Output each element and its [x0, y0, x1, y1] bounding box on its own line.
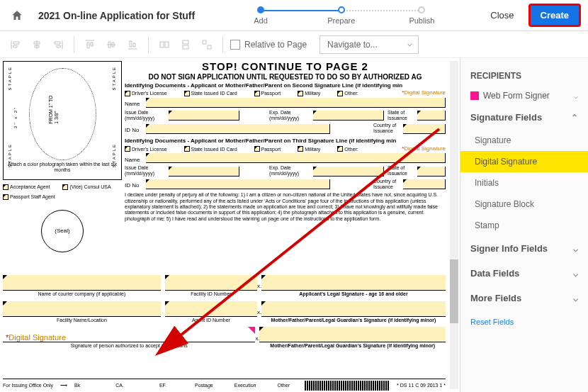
exp-date-field[interactable]: [313, 111, 384, 121]
id-section-2: Identifying Documents - Applicant or Mot…: [125, 83, 446, 89]
relative-to-page-toggle[interactable]: Relative to Page: [230, 40, 307, 50]
svg-rect-5: [208, 45, 211, 49]
more-fields-section[interactable]: More Fields ⌵: [460, 286, 588, 310]
state-field[interactable]: [417, 111, 446, 121]
svg-rect-4: [203, 40, 206, 44]
recipient-color-swatch: [470, 91, 479, 100]
country-field[interactable]: [403, 124, 446, 134]
field-resize-handle[interactable]: [248, 327, 255, 334]
issue-date-field-3[interactable]: [169, 167, 239, 177]
agent-id-field[interactable]: [165, 301, 257, 317]
svg-rect-3: [183, 45, 188, 49]
warning-text: DO NOT SIGN APPLICATION UNTIL REQUESTED …: [125, 73, 446, 81]
field-type-digital-signature[interactable]: Digital Signature: [460, 151, 588, 172]
vertical-scrollbar[interactable]: [450, 61, 458, 389]
align-center-h-icon[interactable]: [28, 36, 45, 53]
staple-label: STAPLE: [8, 143, 13, 168]
stop-heading: STOP! CONTINUE TO PAGE 2: [125, 61, 446, 73]
align-middle-icon[interactable]: [103, 36, 120, 53]
align-top-icon[interactable]: [81, 36, 98, 53]
align-left-icon[interactable]: [7, 36, 24, 53]
guardian-signature-field-2[interactable]: x.: [259, 327, 446, 342]
progress-steps: Add Prepare Publish: [206, 6, 476, 25]
staple-label: STAPLE: [112, 143, 117, 168]
recipients-heading: RECIPIENTS: [460, 65, 588, 86]
courier-field[interactable]: [3, 275, 161, 291]
barcode: [305, 381, 390, 391]
chevron-down-icon: ⌵: [573, 244, 578, 254]
field-type-signature[interactable]: Signature: [460, 130, 588, 151]
digital-signature-marker: Digital Signature: [402, 90, 446, 96]
issue-date-field[interactable]: [169, 111, 239, 121]
home-icon[interactable]: [7, 6, 27, 26]
idno-field-3[interactable]: [146, 179, 330, 189]
svg-rect-0: [160, 42, 164, 47]
facility-name-field[interactable]: [3, 301, 161, 317]
match-height-icon[interactable]: [177, 36, 194, 53]
seal-circle: (Seal): [41, 210, 84, 252]
photo-caption: Attach a color photograph taken within t…: [4, 162, 121, 172]
staple-label: STAPLE: [8, 66, 13, 91]
svg-rect-1: [165, 42, 169, 47]
digital-signature-marker: Digital Signature: [402, 146, 446, 152]
create-button[interactable]: Create: [528, 4, 581, 27]
align-bottom-icon[interactable]: [124, 36, 141, 53]
declaration-text: I declare under penalty of perjury all o…: [125, 192, 446, 222]
size-label: 2" x 2": [13, 106, 18, 128]
facility-id-field[interactable]: [165, 275, 257, 291]
staple-label: STAPLE: [112, 66, 117, 91]
chevron-down-icon: ⌵: [574, 92, 578, 100]
field-type-initials[interactable]: Initials: [460, 172, 588, 194]
name-field[interactable]: [146, 98, 446, 108]
align-right-icon[interactable]: [50, 36, 67, 53]
match-width-icon[interactable]: [156, 36, 173, 53]
name-field-3[interactable]: [146, 153, 446, 163]
field-type-signature-block[interactable]: Signature Block: [460, 194, 588, 215]
id-section-3: Identifying Documents - Applicant or Mot…: [125, 138, 446, 145]
reset-fields-link[interactable]: Reset Fields: [460, 310, 588, 333]
exp-date-field-3[interactable]: [313, 167, 384, 177]
document-footer: For Issuing Office Only⟶ Bk CA. EF. Post…: [3, 379, 446, 391]
chevron-up-icon: ⌃: [571, 113, 578, 123]
signer-info-section[interactable]: Signer Info Fields ⌵: [460, 236, 588, 261]
applicant-signature-field[interactable]: x.: [261, 275, 446, 291]
recipient-row[interactable]: Web Form Signer ⌵: [460, 86, 588, 105]
close-button[interactable]: Close: [482, 6, 522, 25]
state-field-3[interactable]: [417, 167, 446, 177]
scrollbar-thumb[interactable]: [450, 259, 458, 323]
page-title: 2021 On-line Application for Stuff: [33, 10, 200, 21]
country-field-3[interactable]: [403, 179, 446, 189]
guardian-signature-field-1[interactable]: x.: [261, 301, 446, 317]
field-type-stamp[interactable]: Stamp: [460, 215, 588, 236]
data-fields-section[interactable]: Data Fields ⌵: [460, 261, 588, 286]
chevron-down-icon: ⌵: [573, 269, 578, 279]
match-both-icon[interactable]: [198, 36, 215, 53]
idno-field[interactable]: [146, 124, 330, 134]
svg-rect-2: [183, 40, 188, 44]
chevron-down-icon: ⌵: [573, 293, 578, 303]
signature-fields-section[interactable]: Signature Fields ⌃: [460, 105, 588, 130]
document-canvas[interactable]: STAPLE STAPLE STAPLE STAPLE 2" x 2" FROM…: [0, 58, 460, 392]
digital-signature-placed-field[interactable]: Digital Signature: [3, 327, 255, 342]
navigate-dropdown[interactable]: Navigate to...: [320, 35, 419, 54]
checkbox-icon: [230, 40, 240, 50]
